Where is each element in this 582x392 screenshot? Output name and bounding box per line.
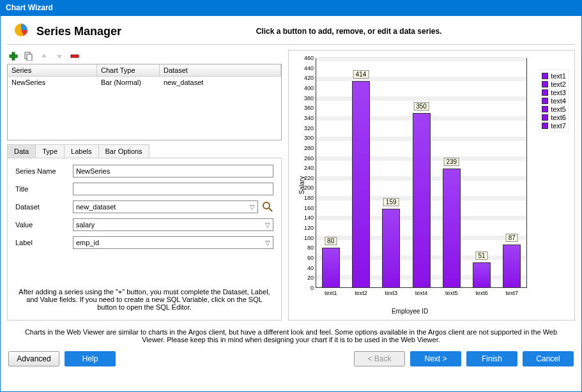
legend-swatch [542, 89, 548, 96]
y-tick: 260 [304, 155, 316, 162]
bar-data-label: 159 [383, 198, 399, 206]
help-button[interactable]: Help [65, 351, 116, 366]
legend-label: text1 [551, 72, 566, 80]
x-tick: text4 [415, 288, 428, 296]
move-down-button[interactable] [54, 51, 65, 61]
y-tick: 360 [304, 105, 316, 111]
window-title: Chart Wizard [6, 3, 53, 12]
series-grid-header: Series Chart Type Dataset [8, 64, 281, 77]
legend-item: text2 [542, 80, 566, 88]
title-input[interactable] [73, 183, 273, 195]
chart-plot: 0204060801001201401601802002202402602803… [316, 58, 527, 288]
remove-series-button[interactable] [70, 51, 80, 61]
y-tick: 80 [307, 245, 316, 251]
tab-type[interactable]: Type [35, 144, 65, 158]
y-tick: 0 [310, 285, 316, 291]
legend-label: text2 [551, 80, 566, 88]
y-tick: 40 [307, 265, 316, 271]
legend-item: text5 [542, 105, 566, 113]
page-header: Series Manager Click a button to add, re… [1, 16, 581, 44]
x-tick: text6 [475, 288, 488, 296]
series-name-label: Series Name [15, 167, 73, 175]
y-tick: 160 [304, 205, 316, 211]
x-tick: text3 [385, 288, 397, 296]
chart-bar [503, 245, 521, 288]
y-tick: 460 [304, 55, 316, 61]
chart-bar [382, 209, 400, 288]
value-select[interactable]: salary▽ [73, 218, 273, 231]
legend-item: text4 [542, 97, 566, 105]
chart-bar [413, 113, 431, 288]
legend-item: text3 [542, 89, 566, 96]
y-tick: 60 [307, 255, 316, 261]
col-dataset: Dataset [160, 64, 281, 76]
title-label: Title [15, 185, 73, 193]
back-button[interactable]: < Back [354, 351, 405, 366]
series-grid[interactable]: Series Chart Type Dataset NewSeries Bar … [7, 64, 282, 140]
label-select[interactable]: emp_id▽ [73, 236, 273, 249]
x-tick: text1 [325, 288, 337, 296]
dataset-select[interactable]: new_dataset▽ [73, 200, 258, 213]
x-tick: text7 [506, 288, 519, 296]
finish-button[interactable]: Finish [466, 351, 517, 366]
col-chart-type: Chart Type [97, 64, 160, 76]
bar-data-label: 414 [353, 70, 369, 79]
tab-bar-options[interactable]: Bar Options [98, 144, 149, 158]
legend-item: text7 [542, 122, 566, 130]
tab-data[interactable]: Data [7, 144, 36, 158]
legend-swatch [542, 98, 548, 104]
y-tick: 400 [304, 85, 316, 91]
y-tick: 340 [304, 115, 316, 121]
bar-data-label: 87 [506, 234, 518, 242]
legend-swatch [542, 123, 548, 129]
label-label: Label [15, 239, 73, 246]
x-tick: text5 [445, 288, 458, 296]
series-name-input[interactable] [73, 165, 273, 177]
footer-note: Charts in the Web Viewer are similar to … [1, 324, 581, 347]
next-button[interactable]: Next > [410, 351, 461, 366]
bar-data-label: 80 [325, 237, 337, 245]
footer-buttons: Advanced Help < Back Next > Finish Cance… [1, 347, 581, 373]
chevron-down-icon: ▽ [250, 204, 255, 211]
legend-label: text5 [551, 105, 566, 113]
value-label: Value [15, 221, 73, 229]
bar-data-label: 51 [476, 252, 488, 260]
col-series: Series [8, 64, 97, 76]
y-tick: 320 [304, 125, 316, 132]
title-bar: Chart Wizard [1, 1, 581, 16]
y-tick: 20 [307, 275, 316, 281]
y-tick: 120 [304, 225, 316, 231]
y-tick: 100 [304, 235, 316, 241]
legend-swatch [542, 114, 548, 121]
cancel-button[interactable]: Cancel [523, 351, 574, 366]
tab-labels[interactable]: Labels [64, 144, 98, 158]
svg-rect-2 [10, 55, 17, 57]
chart-bar [443, 169, 461, 288]
legend-label: text3 [551, 89, 566, 96]
tab-bar: Data Type Labels Bar Options [7, 144, 282, 158]
chart-bar [352, 81, 370, 288]
form-help-text: After adding a series using the "+" butt… [15, 284, 273, 315]
bar-data-label: 350 [413, 102, 429, 110]
sql-editor-button[interactable] [262, 201, 273, 213]
chart-legend: text1text2text3text4text5text6text7 [539, 70, 569, 132]
y-tick: 140 [304, 215, 316, 221]
y-tick: 300 [304, 135, 316, 141]
chart-bar [322, 248, 340, 288]
value-value: salary [76, 221, 95, 229]
y-tick: 240 [304, 165, 316, 171]
legend-label: text7 [551, 122, 566, 130]
add-series-button[interactable] [8, 51, 19, 61]
y-tick: 380 [304, 95, 316, 102]
data-tab-form: Series Name Title Dataset new_dataset▽ V… [7, 158, 282, 320]
move-up-button[interactable] [39, 51, 49, 61]
copy-series-button[interactable] [24, 51, 34, 61]
series-row[interactable]: NewSeries Bar (Normal) new_dataset [8, 77, 281, 88]
page-title: Series Manager [36, 25, 121, 38]
legend-item: text1 [542, 72, 566, 80]
legend-swatch [542, 106, 548, 112]
advanced-button[interactable]: Advanced [8, 351, 59, 366]
y-tick: 220 [304, 175, 316, 181]
y-tick: 280 [304, 145, 316, 151]
chevron-down-icon: ▽ [265, 222, 270, 229]
